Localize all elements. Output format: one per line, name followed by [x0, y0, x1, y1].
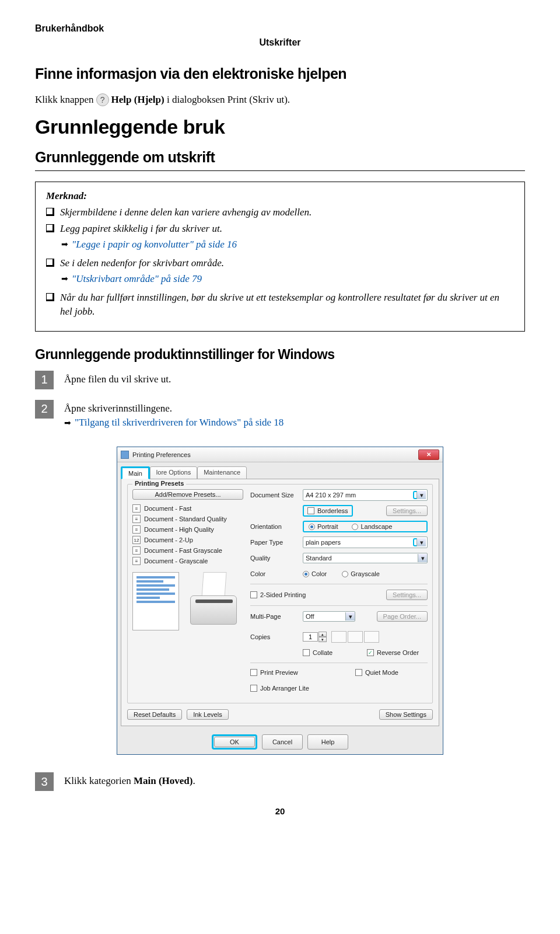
settings-2sided-button[interactable]: Settings...	[386, 590, 428, 600]
label-job-arranger: Job Arranger Lite	[260, 685, 309, 692]
checkbox-quiet-mode[interactable]	[355, 669, 362, 676]
note-bullet: Skjermbildene i denne delen kan variere …	[46, 205, 514, 220]
spin-up-icon[interactable]: ▴	[318, 632, 327, 637]
collate-preview-icons	[331, 631, 379, 643]
note-box: Merknad: Skjermbildene i denne delen kan…	[35, 182, 525, 332]
dialog-printing-preferences: Printing Preferences ✕ Main lore Options…	[117, 447, 443, 755]
step-text: Klikk kategorien Main (Hoved).	[64, 772, 525, 791]
step-body: Åpne skriverinnstillingene. ➡ "Tilgang t…	[64, 400, 525, 436]
text: Help (Hjelp) i dialogboksen Print (Skriv…	[111, 93, 290, 107]
reset-defaults-button[interactable]: Reset Defaults	[127, 709, 182, 720]
doc-icon: ≡	[132, 546, 141, 555]
copies-spinner[interactable]: ▴▾	[303, 632, 327, 642]
add-remove-presets-button[interactable]: Add/Remove Presets...	[132, 489, 243, 500]
label-collate: Collate	[313, 649, 332, 656]
combo-quality[interactable]: Standard▾	[303, 553, 428, 563]
cross-ref-link[interactable]: ➡ "Legge i papir og konvolutter" på side…	[61, 239, 514, 250]
step-text: Åpne filen du vil skrive ut.	[64, 371, 525, 389]
group-printing-presets: Printing Presets Add/Remove Presets... ≡…	[127, 484, 433, 703]
presets-column: Add/Remove Presets... ≡Document - Fast ≡…	[132, 489, 243, 698]
step-3: 3 Klikk kategorien Main (Hoved).	[35, 772, 525, 791]
text: Legg papiret skikkelig i før du skriver …	[60, 222, 514, 236]
preset-item[interactable]: ≡Document - Standard Quality	[132, 514, 243, 524]
label-grayscale-option: Grayscale	[351, 570, 380, 577]
copies-input[interactable]	[303, 632, 318, 642]
window-title: Printing Preferences	[132, 451, 418, 458]
page-order-button[interactable]: Page Order...	[377, 611, 428, 622]
screenshot-print-prefs: Printing Preferences ✕ Main lore Options…	[35, 447, 525, 755]
label-print-preview: Print Preview	[260, 669, 298, 676]
heading-basic-print: Grunnleggende om utskrift	[35, 149, 525, 171]
doc-icon: ≡	[132, 557, 141, 565]
preset-item[interactable]: ≡Document - Fast Grayscale	[132, 545, 243, 556]
tab-main[interactable]: Main	[121, 466, 150, 479]
heading-basic-use: Grunnleggende bruk	[35, 116, 525, 138]
radio-landscape[interactable]	[352, 524, 358, 530]
show-settings-button[interactable]: Show Settings	[379, 709, 433, 720]
label-orientation: Orientation	[250, 523, 303, 530]
checkbox-borderless[interactable]	[307, 507, 314, 514]
ok-button[interactable]: OK	[214, 737, 255, 747]
help-icon: ?	[96, 93, 109, 106]
tab-more-options[interactable]: lore Options	[150, 466, 197, 479]
chevron-down-icon: ▾	[345, 612, 355, 621]
printer-icon	[121, 451, 129, 459]
text: Se i delen nedenfor for skrivbart område…	[60, 256, 514, 271]
checkbox-2sided[interactable]	[250, 591, 257, 598]
chevron-down-icon: ▾	[416, 538, 426, 546]
label-paper-type: Paper Type	[250, 539, 303, 546]
preset-item[interactable]: ≡Document - Grayscale	[132, 556, 243, 566]
ink-levels-button[interactable]: Ink Levels	[187, 709, 229, 720]
label-quiet-mode: Quiet Mode	[365, 669, 398, 676]
preset-item[interactable]: ≡Document - Fast	[132, 503, 243, 514]
checkbox-reverse-order[interactable]	[367, 649, 374, 656]
arrow-icon: ➡	[61, 239, 68, 249]
preset-item[interactable]: ≡Document - High Quality	[132, 524, 243, 535]
step-2: 2 Åpne skriverinnstillingene. ➡ "Tilgang…	[35, 400, 525, 436]
label-color-option: Color	[312, 570, 327, 577]
close-button[interactable]: ✕	[418, 449, 439, 460]
preset-item[interactable]: 12Document - 2-Up	[132, 535, 243, 545]
label-landscape: Landscape	[360, 523, 392, 530]
combo-paper-type[interactable]: plain papers ▾	[303, 536, 428, 548]
bottom-buttons: Reset Defaults Ink Levels Show Settings	[127, 709, 433, 720]
preview-row	[132, 572, 243, 630]
checkbox-job-arranger[interactable]	[250, 685, 257, 692]
preset-list: ≡Document - Fast ≡Document - Standard Qu…	[132, 503, 243, 566]
step-number: 1	[35, 371, 54, 389]
step-number: 3	[35, 772, 54, 791]
text: Skjermbildene i denne delen kan variere …	[60, 205, 514, 220]
cross-ref-link[interactable]: ➡ "Tilgang til skriverdriveren for Windo…	[64, 416, 525, 430]
text: Når du har fullført innstillingen, bør d…	[60, 291, 514, 319]
label-2sided: 2-Sided Printing	[260, 591, 306, 598]
printer-preview	[187, 572, 240, 625]
bullet-icon	[46, 259, 54, 267]
combo-document-size[interactable]: A4 210 x 297 mm ▾	[303, 489, 428, 501]
doc-icon: 12	[132, 536, 141, 544]
radio-grayscale[interactable]	[342, 571, 348, 577]
intro-paragraph: Klikk knappen ? Help (Hjelp) i dialogbok…	[35, 93, 525, 107]
tab-maintenance[interactable]: Maintenance	[197, 466, 247, 479]
label-document-size: Document Size	[250, 492, 303, 499]
link-text: "Legge i papir og konvolutter" på side 1…	[72, 239, 237, 250]
help-button[interactable]: Help	[307, 734, 348, 750]
combo-multipage[interactable]: Off▾	[303, 611, 355, 622]
bullet-icon	[46, 208, 54, 216]
titlebar: Printing Preferences ✕	[117, 447, 443, 462]
cancel-button[interactable]: Cancel	[262, 734, 303, 750]
heading-find-info: Finne informasjon via den elektroniske h…	[35, 65, 525, 82]
label-portrait: Portrait	[317, 523, 338, 530]
link-text: "Utskrivbart område" på side 79	[72, 273, 202, 285]
checkbox-print-preview[interactable]	[250, 669, 257, 676]
label-reverse-order: Reverse Order	[377, 649, 419, 656]
tabs-row: Main lore Options Maintenance	[117, 462, 443, 479]
settings-button[interactable]: Settings...	[386, 506, 428, 516]
bullet-icon	[46, 293, 54, 301]
spin-down-icon[interactable]: ▾	[318, 637, 327, 642]
cross-ref-link[interactable]: ➡ "Utskrivbart område" på side 79	[61, 273, 514, 285]
checkbox-collate[interactable]	[303, 649, 310, 656]
radio-portrait[interactable]	[309, 524, 315, 530]
radio-color[interactable]	[303, 571, 309, 577]
dialog-body: Printing Presets Add/Remove Presets... ≡…	[121, 479, 439, 726]
label-multipage: Multi-Page	[250, 613, 303, 620]
